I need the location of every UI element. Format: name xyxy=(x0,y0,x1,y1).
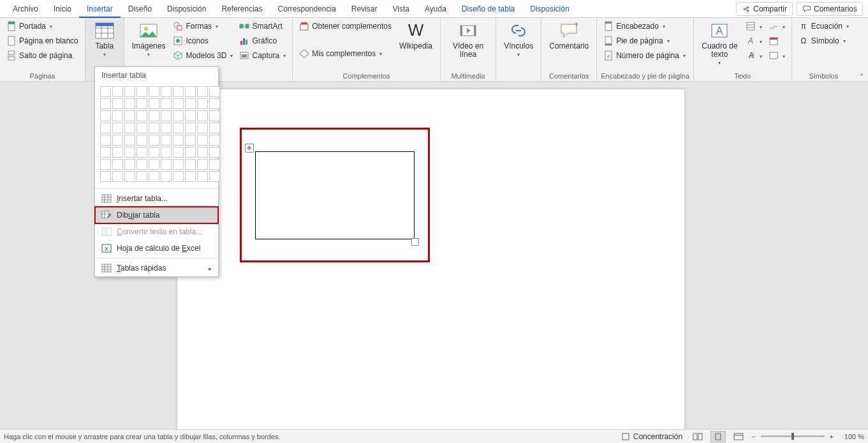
grid-cell[interactable] xyxy=(112,123,123,133)
cmd-captura[interactable]: Captura xyxy=(237,49,288,63)
grid-cell[interactable] xyxy=(185,98,196,109)
tab-vista[interactable]: Vista xyxy=(385,0,417,18)
grid-cell[interactable] xyxy=(173,159,184,170)
grid-cell[interactable] xyxy=(100,135,111,146)
grid-cell[interactable] xyxy=(100,123,111,133)
cmd-signature[interactable] xyxy=(766,19,788,33)
focus-mode-button[interactable]: Concentración xyxy=(618,431,685,442)
grid-cell[interactable] xyxy=(209,110,220,121)
tab-diseno[interactable]: Diseño xyxy=(121,0,159,18)
grid-cell[interactable] xyxy=(124,159,135,170)
grid-cell[interactable] xyxy=(100,147,111,158)
view-print[interactable] xyxy=(710,431,726,442)
grid-cell[interactable] xyxy=(124,135,135,146)
tab-inicio[interactable]: Inicio xyxy=(46,0,79,18)
cmd-smartart[interactable]: SmartArt xyxy=(237,19,288,33)
grid-cell[interactable] xyxy=(161,159,172,170)
tab-correspondencia[interactable]: Correspondencia xyxy=(270,0,343,18)
menu-hoja-excel[interactable]: X Hoja de cálculo de Excel xyxy=(95,240,218,257)
grid-cell[interactable] xyxy=(173,86,184,97)
grid-cell[interactable] xyxy=(197,86,208,97)
grid-cell[interactable] xyxy=(136,110,147,121)
grid-cell[interactable] xyxy=(136,86,147,97)
grid-cell[interactable] xyxy=(197,123,208,133)
grid-cell[interactable] xyxy=(100,171,111,182)
tab-disposicion[interactable]: Disposición xyxy=(159,0,214,18)
tab-insertar[interactable]: Insertar xyxy=(79,0,121,18)
zoom-out[interactable]: − xyxy=(751,433,755,440)
grid-cell[interactable] xyxy=(149,98,159,109)
grid-cell[interactable] xyxy=(173,110,184,121)
cmd-imagenes[interactable]: Imágenes ▾ xyxy=(128,19,170,59)
grid-cell[interactable] xyxy=(197,110,208,121)
cmd-datetime[interactable] xyxy=(766,34,788,48)
cmd-obtener-complementos[interactable]: Obtener complementos xyxy=(297,19,394,33)
grid-cell[interactable] xyxy=(209,135,220,146)
grid-cell[interactable] xyxy=(112,135,123,146)
cmd-pagina-blanco[interactable]: Página en blanco xyxy=(4,34,81,48)
grid-cell[interactable] xyxy=(173,123,184,133)
cmd-formas[interactable]: Formas xyxy=(170,19,235,33)
grid-cell[interactable] xyxy=(149,123,159,133)
grid-cell[interactable] xyxy=(197,171,208,182)
tab-referencias[interactable]: Referencias xyxy=(214,0,270,18)
grid-cell[interactable] xyxy=(149,147,159,158)
grid-cell[interactable] xyxy=(149,110,159,121)
tab-revisar[interactable]: Revisar xyxy=(344,0,385,18)
grid-cell[interactable] xyxy=(124,171,135,182)
grid-cell[interactable] xyxy=(112,86,123,97)
grid-cell[interactable] xyxy=(124,123,135,133)
zoom-slider[interactable] xyxy=(761,435,825,437)
cmd-numero-pagina[interactable]: #Número de página xyxy=(601,49,688,63)
grid-cell[interactable] xyxy=(197,98,208,109)
grid-cell[interactable] xyxy=(185,86,196,97)
comments-button[interactable]: Comentarios xyxy=(797,2,863,16)
zoom-level[interactable]: 100 % xyxy=(839,433,864,440)
grid-cell[interactable] xyxy=(185,147,196,158)
grid-cell[interactable] xyxy=(100,110,111,121)
collapse-ribbon[interactable]: ⌃ xyxy=(855,71,868,81)
table-size-grid[interactable] xyxy=(95,84,218,187)
view-web[interactable] xyxy=(731,431,746,442)
cmd-dropcap[interactable]: A xyxy=(743,49,765,63)
grid-cell[interactable] xyxy=(149,171,159,182)
grid-cell[interactable] xyxy=(149,135,159,146)
cmd-encabezado[interactable]: Encabezado xyxy=(601,19,688,33)
cmd-ecuacion[interactable]: πEcuación xyxy=(796,19,851,33)
tab-ayuda[interactable]: Ayuda xyxy=(417,0,454,18)
grid-cell[interactable] xyxy=(161,98,172,109)
grid-cell[interactable] xyxy=(209,147,220,158)
cmd-iconos[interactable]: Iconos xyxy=(170,34,235,48)
cmd-quickparts[interactable] xyxy=(743,19,765,33)
grid-cell[interactable] xyxy=(209,123,220,133)
cmd-simbolo[interactable]: ΩSímbolo xyxy=(796,34,851,48)
grid-cell[interactable] xyxy=(173,171,184,182)
cmd-video[interactable]: Vídeo en línea xyxy=(445,19,492,60)
cmd-salto-pagina[interactable]: Salto de página xyxy=(4,49,81,63)
grid-cell[interactable] xyxy=(136,135,147,146)
grid-cell[interactable] xyxy=(161,171,172,182)
cmd-pie[interactable]: Pie de página xyxy=(601,34,688,48)
view-read[interactable] xyxy=(690,431,705,442)
grid-cell[interactable] xyxy=(136,159,147,170)
cmd-comentario[interactable]: + Comentario xyxy=(545,19,592,52)
zoom-in[interactable]: + xyxy=(830,433,834,440)
cmd-wikipedia[interactable]: W Wikipedia xyxy=(395,19,436,52)
zoom-thumb[interactable] xyxy=(791,433,794,440)
grid-cell[interactable] xyxy=(100,98,111,109)
menu-tablas-rapidas[interactable]: Tablas rápidas ▸ xyxy=(95,260,218,276)
grid-cell[interactable] xyxy=(161,86,172,97)
cmd-modelos3d[interactable]: Modelos 3D xyxy=(170,49,235,63)
grid-cell[interactable] xyxy=(124,86,135,97)
cmd-cuadro-texto[interactable]: A Cuadro de texto ▾ xyxy=(698,19,742,67)
grid-cell[interactable] xyxy=(161,135,172,146)
grid-cell[interactable] xyxy=(161,147,172,158)
grid-cell[interactable] xyxy=(185,159,196,170)
grid-cell[interactable] xyxy=(112,98,123,109)
grid-cell[interactable] xyxy=(185,123,196,133)
grid-cell[interactable] xyxy=(209,98,220,109)
grid-cell[interactable] xyxy=(185,110,196,121)
grid-cell[interactable] xyxy=(197,147,208,158)
grid-cell[interactable] xyxy=(112,110,123,121)
grid-cell[interactable] xyxy=(124,147,135,158)
